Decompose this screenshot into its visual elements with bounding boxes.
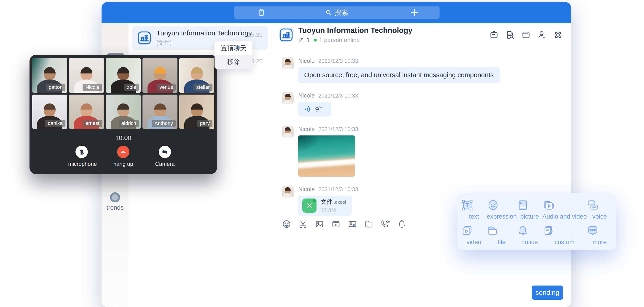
image-attachment-beach[interactable] (298, 135, 355, 177)
conversation-time: 15:20 (248, 31, 262, 38)
file-attachment[interactable]: ✕ 文件 .excel 12.8M (298, 196, 352, 216)
trends-label: trends (102, 204, 128, 211)
popup-item-picture[interactable]: picture (516, 199, 542, 225)
search-icon (325, 9, 332, 16)
participant-name: Anthony (152, 120, 176, 127)
participant-tile: Anthony (142, 95, 178, 129)
online-status: 1 person online (319, 36, 360, 44)
excel-file-icon: ✕ (302, 199, 316, 213)
audio-video-icon (542, 199, 587, 211)
assistant-clipboard-icon[interactable] (257, 8, 266, 17)
popup-item-text[interactable]: text (461, 199, 487, 225)
more-icon (586, 225, 612, 237)
video-call-icon[interactable] (380, 219, 390, 229)
participant-name: danika (45, 120, 66, 127)
popup-item-voice[interactable]: voice (586, 199, 612, 225)
call-timer: 10:00 (32, 134, 214, 142)
sender-avatar[interactable] (282, 186, 294, 198)
file-folder-icon[interactable] (364, 219, 374, 229)
conversation-title: Tuoyun Information Technology (156, 29, 252, 37)
voice-bubble[interactable]: 9`` (298, 102, 332, 116)
menu-item-remove[interactable]: 移除 (214, 55, 252, 69)
voice-wave-icon (304, 105, 312, 113)
popup-item-notice[interactable]: notice (516, 225, 542, 250)
camera-toggle[interactable]: Camera (152, 146, 178, 167)
add-button[interactable] (410, 8, 420, 17)
participant-name: stellar (194, 84, 212, 91)
popup-item-file[interactable]: file (487, 225, 517, 250)
sender-avatar[interactable] (282, 126, 294, 137)
sender-name: Nicole (298, 186, 315, 193)
video-icon (461, 225, 487, 237)
participant-tile: gary (179, 95, 214, 129)
participant-name: zoie (124, 84, 139, 91)
send-button[interactable]: sending (532, 286, 563, 300)
participant-tile: aldrich (106, 95, 141, 129)
sender-name: Nicole (298, 92, 315, 99)
group-file-icon[interactable] (521, 30, 531, 40)
participant-tile: Nicole (69, 58, 104, 93)
file-size: 12.8M (321, 207, 346, 214)
emoji-icon[interactable] (282, 219, 291, 229)
custom-icon (542, 225, 587, 237)
participant-tile: danika (32, 95, 67, 129)
voice-duration: 9`` (315, 105, 324, 113)
members-icon (298, 37, 304, 43)
mic-muted-icon (78, 149, 85, 155)
popup-item-video[interactable]: video (461, 225, 487, 250)
control-label: hang up (110, 161, 137, 167)
participant-name: gary (197, 120, 212, 127)
search-placeholder: 搜索 (334, 8, 348, 17)
message-voice: Nicole 2021/12/3 10:33 9`` (282, 92, 571, 116)
contact-card-icon[interactable] (348, 219, 357, 229)
group-notice-icon[interactable] (489, 30, 499, 40)
chat-history-search-icon[interactable] (505, 30, 515, 40)
online-dot (314, 39, 317, 41)
chat-panel: Tuoyun Information Technology 1 1 person… (272, 23, 571, 307)
message-time: 2021/12/3 10:33 (318, 58, 358, 64)
popup-item-expression[interactable]: expression (487, 199, 517, 225)
microphone-toggle[interactable]: microphone (68, 146, 95, 167)
sidebar-item-trends[interactable]: trends (102, 192, 128, 211)
message-list: Nicole 2021/12/3 10:33 Open source, free… (272, 47, 571, 216)
video-clip-icon[interactable] (331, 219, 341, 229)
sender-avatar[interactable] (282, 92, 294, 104)
sender-name: Nicole (298, 126, 315, 133)
participant-tile: stellar (179, 58, 214, 93)
top-bar: 搜索 (102, 2, 571, 23)
message-time: 2021/12/3 10:33 (318, 126, 358, 132)
participant-tile: ernest (69, 95, 104, 129)
participant-tile: patton (32, 58, 67, 93)
chat-header: Tuoyun Information Technology 1 1 person… (272, 23, 571, 47)
trends-icon (110, 192, 120, 202)
add-member-icon[interactable] (537, 30, 547, 40)
search-bar[interactable]: 搜索 (234, 6, 440, 19)
hang-up-icon (120, 148, 127, 155)
notice-bell-icon[interactable] (397, 219, 406, 229)
screenshot-scissors-icon[interactable] (298, 219, 308, 229)
text-bubble[interactable]: Open source, free, and universal instant… (298, 67, 500, 83)
expression-icon (487, 199, 517, 211)
participant-name: venus (157, 84, 176, 91)
participant-name: ernest (82, 120, 102, 127)
company-avatar-icon (137, 30, 152, 45)
message-text: Nicole 2021/12/3 10:33 Open source, free… (282, 57, 571, 83)
participant-name: Nicole (82, 84, 102, 91)
settings-gear-icon[interactable] (553, 30, 563, 40)
popup-item-more[interactable]: more (586, 225, 612, 250)
file-name: 文件 (321, 198, 332, 205)
sender-avatar[interactable] (282, 57, 294, 69)
file-extension: .excel (334, 199, 346, 205)
popup-item-custom[interactable]: custom (542, 225, 587, 250)
participant-name: aldrich (119, 120, 139, 127)
message-time: 2021/12/3 10:33 (318, 92, 358, 99)
menu-item-pin-chat[interactable]: 置顶聊天 (214, 41, 252, 55)
hang-up-button[interactable]: hang up (110, 146, 137, 167)
picture-icon (516, 199, 542, 211)
file-icon (487, 225, 517, 237)
popup-item-audio-video[interactable]: Audio and video (542, 199, 587, 225)
voice-icon (586, 199, 612, 211)
notice-icon (516, 225, 542, 237)
message-type-popup: text expression picture (458, 193, 616, 250)
picture-icon[interactable] (315, 219, 324, 229)
